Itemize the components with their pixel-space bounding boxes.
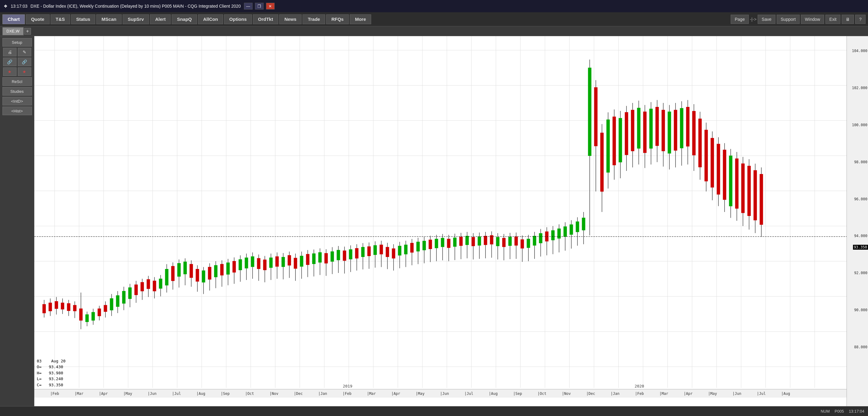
price-98: 98.000	[854, 160, 867, 164]
save-button[interactable]: Save	[758, 15, 775, 24]
support-button[interactable]: Support	[777, 15, 800, 24]
studies-button[interactable]: Studies	[2, 87, 32, 96]
status-bar: NUM P005 13:17:04	[0, 406, 868, 416]
svg-rect-69	[116, 296, 119, 307]
svg-rect-83	[159, 279, 162, 289]
svg-rect-211	[551, 230, 554, 240]
xlabel-jul1: |Jul	[172, 391, 181, 396]
svg-rect-213	[558, 229, 561, 238]
tab-dxe-w[interactable]: DXE,W	[2, 27, 24, 35]
svg-rect-245	[656, 107, 659, 146]
svg-rect-145	[349, 249, 352, 259]
link1-button[interactable]: 🔗	[3, 58, 17, 66]
page-separator: -|->	[750, 17, 756, 22]
menu-btn-more[interactable]: More	[350, 14, 371, 24]
svg-rect-229	[607, 120, 610, 172]
svg-rect-239	[637, 108, 640, 148]
bottom-close: C= 93.350	[37, 382, 66, 388]
status-time: 13:17:04	[849, 409, 864, 414]
rescl-button[interactable]: ReScl	[2, 77, 32, 86]
page-button[interactable]: Page	[731, 15, 749, 24]
year-2020-label: 2020	[634, 384, 644, 388]
svg-rect-207	[539, 233, 542, 243]
svg-rect-235	[625, 113, 628, 155]
xlabel-feb2: |Feb	[343, 391, 351, 396]
menu-btn-chart[interactable]: Chart	[2, 14, 25, 24]
svg-rect-45	[42, 304, 46, 313]
svg-rect-47	[49, 303, 52, 311]
svg-rect-185	[472, 237, 475, 246]
svg-rect-55	[73, 305, 76, 311]
menu-btn-trade[interactable]: Trade	[303, 14, 325, 24]
menu-buttons: ChartQuoteT&SStatusMScanSupSrvAlertSnapQ…	[2, 14, 371, 24]
tab-add-button[interactable]: +	[24, 28, 31, 35]
svg-rect-85	[165, 269, 168, 286]
price-92: 92.000	[854, 271, 867, 275]
xlabel-dec2: |Dec	[586, 391, 595, 396]
close-button[interactable]: ✕	[266, 3, 275, 9]
menu-btn-status[interactable]: Status	[71, 14, 96, 24]
svg-rect-161	[398, 246, 401, 255]
title-text: DXE - Dollar Index (ICE), Weekly Continu…	[31, 4, 241, 8]
svg-rect-89	[178, 263, 181, 276]
restore-button[interactable]: ❐	[255, 3, 264, 9]
svg-rect-177	[447, 239, 450, 248]
menu-btn-rfqs[interactable]: RFQs	[326, 14, 349, 24]
window-button[interactable]: Window	[801, 15, 824, 24]
sidebar-row-3: ★ ★	[3, 67, 31, 76]
help-button[interactable]: ?	[855, 15, 866, 24]
xlabel-feb3: |Feb	[635, 391, 644, 396]
xlabel-sep1: |Sep	[221, 391, 229, 396]
menu-btn-supsrv[interactable]: SupSrv	[123, 14, 149, 24]
xlabel-oct2: |Oct	[537, 391, 547, 396]
svg-rect-261	[705, 130, 708, 181]
tab-bar: DXE,W +	[0, 26, 868, 36]
menu-btn-quote[interactable]: Quote	[26, 14, 49, 24]
xlabel-may2: |May	[415, 391, 425, 396]
edit-button[interactable]: ✎	[18, 48, 31, 56]
svg-rect-265	[717, 144, 720, 194]
xlabel-apr2: |Apr	[392, 391, 400, 396]
print-button[interactable]: 🖨	[3, 48, 17, 56]
hist-button[interactable]: <Hist>	[2, 106, 32, 115]
svg-rect-57	[80, 309, 83, 320]
intd-button[interactable]: <IntD>	[2, 97, 32, 105]
svg-rect-233	[619, 118, 622, 162]
menu-btn-allcon[interactable]: AllCon	[198, 14, 223, 24]
svg-rect-151	[368, 247, 371, 256]
xlabel-mar3: |Mar	[659, 391, 668, 396]
right-buttons: Page -|-> Save Support Window Exit 🖥 ?	[731, 15, 866, 24]
svg-rect-61	[92, 312, 95, 320]
star2-button[interactable]: ★	[18, 67, 31, 76]
svg-rect-179	[453, 238, 456, 247]
menu-btn-news[interactable]: News	[279, 14, 302, 24]
menu-btn-snapq[interactable]: SnapQ	[172, 14, 197, 24]
star1-button[interactable]: ★	[3, 67, 17, 76]
chart-area[interactable]: O= 93.505 H= 93.815 L= 93.240 L= 93.350 …	[34, 36, 868, 406]
menu-btn-mscan[interactable]: MScan	[96, 14, 121, 24]
minimize-button[interactable]: —	[244, 3, 253, 9]
svg-rect-127	[294, 258, 297, 268]
svg-rect-105	[226, 263, 229, 275]
svg-rect-87	[171, 266, 175, 281]
menu-btn-ordtkt[interactable]: OrdTkt	[253, 14, 278, 24]
monitor-icon-button[interactable]: 🖥	[842, 15, 854, 24]
svg-rect-139	[331, 252, 334, 262]
menu-btn-alert[interactable]: Alert	[150, 14, 171, 24]
xlabel-dec1: |Dec	[294, 391, 303, 396]
svg-rect-111	[245, 258, 248, 268]
price-96: 96.000	[854, 197, 867, 201]
xlabel-nov2: |Nov	[562, 391, 571, 396]
svg-rect-107	[232, 261, 236, 272]
xlabel-jun2: |Jun	[440, 391, 449, 396]
link2-button[interactable]: 🔗	[18, 58, 31, 66]
exit-button[interactable]: Exit	[826, 15, 840, 24]
svg-rect-249	[668, 112, 671, 154]
xlabel-apr3: |Apr	[684, 391, 693, 396]
menu-btn-ts[interactable]: T&S	[51, 14, 70, 24]
sidebar: Setup 🖨 ✎ 🔗 🔗 ★ ★ ReScl Studies <IntD> <…	[0, 36, 34, 406]
setup-button[interactable]: Setup	[2, 38, 32, 46]
svg-rect-75	[134, 285, 137, 295]
xlabel-jun1: |Jun	[148, 391, 157, 396]
menu-btn-options[interactable]: Options	[224, 14, 252, 24]
